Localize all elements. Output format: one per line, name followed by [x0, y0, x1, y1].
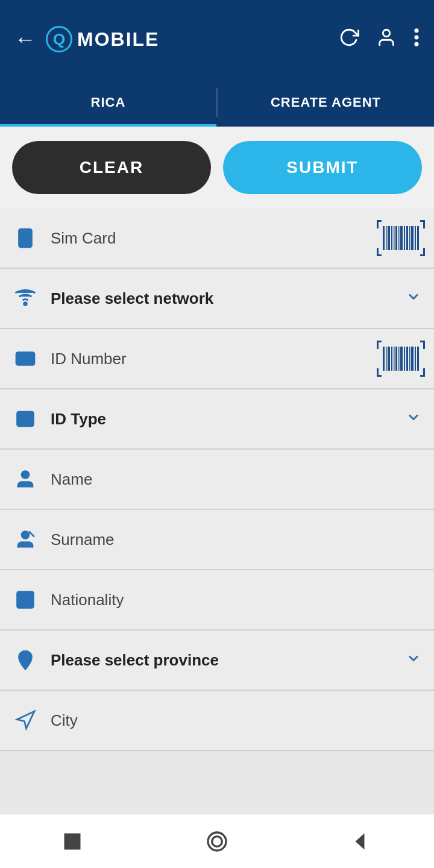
city-field[interactable]: City [0, 691, 434, 751]
nav-square-button[interactable] [57, 826, 87, 857]
tab-create-agent[interactable]: CREATE AGENT [218, 78, 434, 127]
location-icon [12, 647, 39, 673]
svg-point-56 [20, 415, 25, 420]
id-type-chevron-icon [405, 409, 422, 430]
barcode-scan-sim[interactable] [368, 209, 434, 268]
tabs-bar: RICA CREATE AGENT [0, 78, 434, 127]
svg-rect-42 [386, 347, 387, 371]
logo: Q MOBILE [46, 26, 329, 52]
province-field[interactable]: Please select province [0, 631, 434, 691]
network-label: Please select network [51, 289, 393, 308]
surname-label: Surname [51, 530, 422, 549]
svg-rect-45 [394, 347, 395, 371]
svg-rect-14 [383, 226, 385, 250]
city-label: City [51, 711, 422, 730]
svg-rect-51 [409, 347, 410, 371]
svg-rect-27 [417, 226, 419, 250]
svg-rect-17 [391, 226, 392, 250]
svg-rect-26 [415, 226, 416, 250]
person-icon [12, 466, 39, 492]
id-type-label: ID Type [51, 410, 393, 429]
submit-button[interactable]: SUBMIT [223, 141, 422, 194]
svg-rect-21 [400, 226, 403, 250]
sim-card-label: Sim Card [51, 229, 422, 248]
svg-rect-54 [417, 347, 419, 371]
svg-rect-50 [406, 347, 408, 371]
svg-rect-48 [400, 347, 403, 371]
signal-icon [12, 285, 39, 312]
svg-rect-47 [398, 347, 400, 371]
svg-rect-18 [394, 226, 395, 250]
svg-rect-19 [395, 226, 397, 250]
id-number-label: ID Number [51, 350, 422, 368]
barcode-scan-id[interactable] [368, 329, 434, 388]
clear-button[interactable]: CLEAR [12, 141, 211, 194]
svg-rect-11 [377, 248, 379, 256]
svg-rect-20 [398, 226, 400, 250]
nationality-label: Nationality [51, 591, 422, 609]
logo-q: Q [46, 26, 72, 52]
tab-rica[interactable]: RICA [0, 78, 216, 127]
svg-point-0 [383, 30, 389, 36]
svg-rect-9 [423, 220, 425, 228]
svg-rect-34 [377, 341, 379, 349]
id-number-field[interactable]: ID Number [0, 329, 434, 389]
nav-circle-button[interactable] [202, 826, 232, 857]
svg-rect-32 [20, 355, 24, 360]
svg-rect-15 [386, 226, 387, 250]
svg-marker-72 [356, 833, 365, 849]
network-field[interactable]: Please select network [0, 269, 434, 329]
svg-rect-22 [404, 226, 405, 250]
svg-rect-36 [423, 341, 425, 349]
id-type-field[interactable]: ID Type [0, 389, 434, 450]
name-label: Name [51, 470, 422, 489]
svg-rect-46 [395, 347, 397, 371]
svg-rect-29 [16, 353, 34, 365]
svg-rect-13 [423, 248, 425, 256]
svg-rect-41 [383, 347, 385, 371]
id-card-icon [12, 345, 39, 372]
svg-rect-4 [19, 229, 32, 247]
bottom-nav [0, 814, 434, 868]
svg-point-2 [414, 35, 418, 39]
name-field[interactable]: Name [0, 450, 434, 510]
surname-field[interactable]: Surname [0, 510, 434, 570]
svg-point-28 [24, 303, 27, 306]
svg-point-3 [414, 42, 418, 46]
refresh-icon[interactable] [339, 27, 359, 52]
svg-marker-68 [17, 711, 35, 729]
svg-rect-7 [377, 220, 379, 228]
form-container: Sim Card [0, 209, 434, 814]
logo-text: MOBILE [77, 28, 159, 51]
svg-point-71 [212, 836, 222, 846]
phone-icon [12, 225, 39, 251]
id-badge-icon [12, 587, 39, 613]
svg-point-70 [208, 832, 226, 851]
svg-rect-69 [64, 833, 81, 849]
svg-rect-44 [391, 347, 392, 371]
badge-icon [12, 406, 39, 432]
province-label: Please select province [51, 651, 393, 670]
profile-icon[interactable] [376, 27, 397, 52]
header: ← Q MOBILE [0, 0, 434, 78]
network-chevron-icon [405, 288, 422, 309]
header-icons [339, 27, 420, 52]
sim-card-field[interactable]: Sim Card [0, 209, 434, 269]
svg-rect-49 [404, 347, 405, 371]
svg-rect-16 [388, 226, 390, 250]
svg-rect-25 [411, 226, 414, 250]
svg-rect-40 [423, 368, 425, 377]
svg-line-61 [29, 532, 34, 537]
back-button[interactable]: ← [14, 27, 36, 52]
svg-rect-23 [406, 226, 408, 250]
person2-icon [12, 526, 39, 553]
svg-rect-66 [19, 594, 24, 599]
svg-point-1 [414, 28, 418, 33]
more-options-icon[interactable] [414, 27, 420, 52]
svg-point-60 [22, 532, 29, 539]
svg-rect-43 [388, 347, 390, 371]
nav-back-button[interactable] [347, 826, 377, 857]
nationality-field[interactable]: Nationality [0, 570, 434, 631]
svg-rect-24 [409, 226, 410, 250]
svg-point-67 [23, 655, 28, 660]
